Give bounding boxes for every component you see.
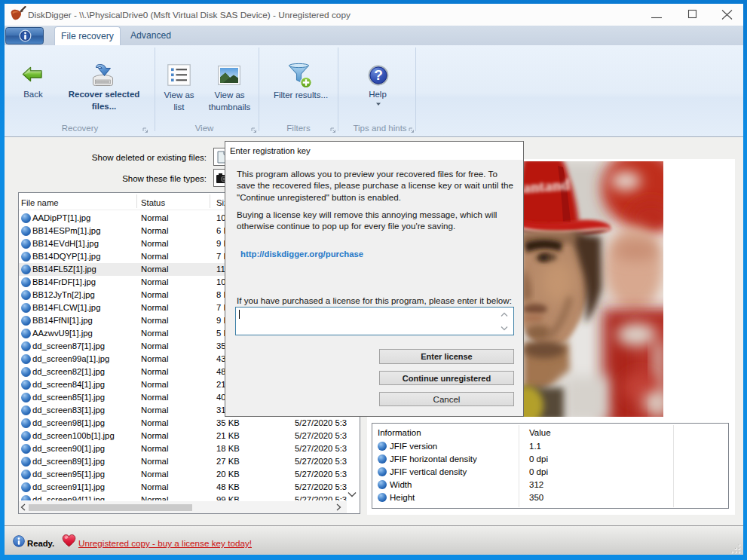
svg-text:?: ? [374,67,383,83]
